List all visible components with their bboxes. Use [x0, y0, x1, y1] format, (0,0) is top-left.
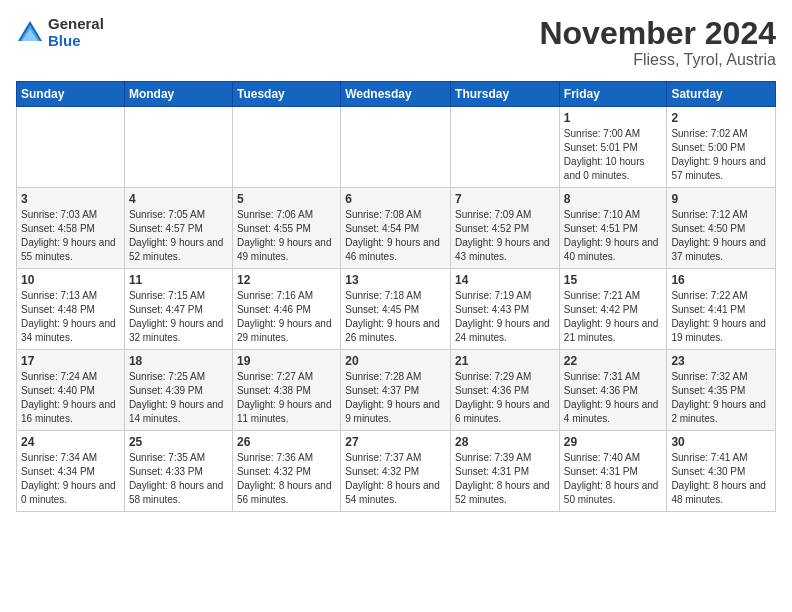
- calendar-day: 18Sunrise: 7:25 AM Sunset: 4:39 PM Dayli…: [124, 350, 232, 431]
- day-detail: Sunrise: 7:34 AM Sunset: 4:34 PM Dayligh…: [21, 451, 120, 507]
- calendar-day: 1Sunrise: 7:00 AM Sunset: 5:01 PM Daylig…: [559, 107, 667, 188]
- calendar-day: 13Sunrise: 7:18 AM Sunset: 4:45 PM Dayli…: [341, 269, 451, 350]
- week-row-4: 17Sunrise: 7:24 AM Sunset: 4:40 PM Dayli…: [17, 350, 776, 431]
- title-month: November 2024: [539, 16, 776, 51]
- day-detail: Sunrise: 7:36 AM Sunset: 4:32 PM Dayligh…: [237, 451, 336, 507]
- calendar-day: 14Sunrise: 7:19 AM Sunset: 4:43 PM Dayli…: [451, 269, 560, 350]
- calendar-day: 30Sunrise: 7:41 AM Sunset: 4:30 PM Dayli…: [667, 431, 776, 512]
- day-detail: Sunrise: 7:28 AM Sunset: 4:37 PM Dayligh…: [345, 370, 446, 426]
- day-detail: Sunrise: 7:08 AM Sunset: 4:54 PM Dayligh…: [345, 208, 446, 264]
- calendar-day: 3Sunrise: 7:03 AM Sunset: 4:58 PM Daylig…: [17, 188, 125, 269]
- day-detail: Sunrise: 7:21 AM Sunset: 4:42 PM Dayligh…: [564, 289, 663, 345]
- day-number: 30: [671, 435, 771, 449]
- header: General Blue November 2024 Fliess, Tyrol…: [16, 16, 776, 69]
- weekday-header-monday: Monday: [124, 82, 232, 107]
- weekday-header-saturday: Saturday: [667, 82, 776, 107]
- calendar-day: [17, 107, 125, 188]
- page: General Blue November 2024 Fliess, Tyrol…: [0, 0, 792, 522]
- weekday-header-tuesday: Tuesday: [232, 82, 340, 107]
- day-number: 6: [345, 192, 446, 206]
- calendar-day: 26Sunrise: 7:36 AM Sunset: 4:32 PM Dayli…: [232, 431, 340, 512]
- title-location: Fliess, Tyrol, Austria: [539, 51, 776, 69]
- calendar-day: 15Sunrise: 7:21 AM Sunset: 4:42 PM Dayli…: [559, 269, 667, 350]
- weekday-header-sunday: Sunday: [17, 82, 125, 107]
- logo: General Blue: [16, 16, 104, 49]
- calendar-day: [451, 107, 560, 188]
- day-detail: Sunrise: 7:00 AM Sunset: 5:01 PM Dayligh…: [564, 127, 663, 183]
- day-number: 21: [455, 354, 555, 368]
- day-number: 24: [21, 435, 120, 449]
- day-number: 14: [455, 273, 555, 287]
- calendar-day: 20Sunrise: 7:28 AM Sunset: 4:37 PM Dayli…: [341, 350, 451, 431]
- day-detail: Sunrise: 7:24 AM Sunset: 4:40 PM Dayligh…: [21, 370, 120, 426]
- day-detail: Sunrise: 7:18 AM Sunset: 4:45 PM Dayligh…: [345, 289, 446, 345]
- day-number: 27: [345, 435, 446, 449]
- week-row-1: 1Sunrise: 7:00 AM Sunset: 5:01 PM Daylig…: [17, 107, 776, 188]
- calendar-day: 2Sunrise: 7:02 AM Sunset: 5:00 PM Daylig…: [667, 107, 776, 188]
- day-detail: Sunrise: 7:25 AM Sunset: 4:39 PM Dayligh…: [129, 370, 228, 426]
- calendar-day: 24Sunrise: 7:34 AM Sunset: 4:34 PM Dayli…: [17, 431, 125, 512]
- weekday-header-wednesday: Wednesday: [341, 82, 451, 107]
- day-number: 3: [21, 192, 120, 206]
- calendar-day: 16Sunrise: 7:22 AM Sunset: 4:41 PM Dayli…: [667, 269, 776, 350]
- day-detail: Sunrise: 7:15 AM Sunset: 4:47 PM Dayligh…: [129, 289, 228, 345]
- calendar-day: 11Sunrise: 7:15 AM Sunset: 4:47 PM Dayli…: [124, 269, 232, 350]
- day-number: 4: [129, 192, 228, 206]
- weekday-header-friday: Friday: [559, 82, 667, 107]
- day-detail: Sunrise: 7:05 AM Sunset: 4:57 PM Dayligh…: [129, 208, 228, 264]
- day-detail: Sunrise: 7:09 AM Sunset: 4:52 PM Dayligh…: [455, 208, 555, 264]
- calendar-day: 9Sunrise: 7:12 AM Sunset: 4:50 PM Daylig…: [667, 188, 776, 269]
- day-number: 22: [564, 354, 663, 368]
- day-number: 2: [671, 111, 771, 125]
- day-detail: Sunrise: 7:31 AM Sunset: 4:36 PM Dayligh…: [564, 370, 663, 426]
- day-detail: Sunrise: 7:13 AM Sunset: 4:48 PM Dayligh…: [21, 289, 120, 345]
- calendar-day: [232, 107, 340, 188]
- day-detail: Sunrise: 7:19 AM Sunset: 4:43 PM Dayligh…: [455, 289, 555, 345]
- calendar-header: SundayMondayTuesdayWednesdayThursdayFrid…: [17, 82, 776, 107]
- logo-icon: [16, 19, 44, 47]
- calendar-day: 27Sunrise: 7:37 AM Sunset: 4:32 PM Dayli…: [341, 431, 451, 512]
- day-detail: Sunrise: 7:03 AM Sunset: 4:58 PM Dayligh…: [21, 208, 120, 264]
- calendar-day: 17Sunrise: 7:24 AM Sunset: 4:40 PM Dayli…: [17, 350, 125, 431]
- day-number: 9: [671, 192, 771, 206]
- calendar-day: 8Sunrise: 7:10 AM Sunset: 4:51 PM Daylig…: [559, 188, 667, 269]
- day-number: 20: [345, 354, 446, 368]
- day-number: 5: [237, 192, 336, 206]
- calendar-day: [341, 107, 451, 188]
- day-detail: Sunrise: 7:41 AM Sunset: 4:30 PM Dayligh…: [671, 451, 771, 507]
- day-number: 29: [564, 435, 663, 449]
- day-number: 15: [564, 273, 663, 287]
- day-number: 13: [345, 273, 446, 287]
- calendar-day: 25Sunrise: 7:35 AM Sunset: 4:33 PM Dayli…: [124, 431, 232, 512]
- day-detail: Sunrise: 7:12 AM Sunset: 4:50 PM Dayligh…: [671, 208, 771, 264]
- day-number: 16: [671, 273, 771, 287]
- calendar-day: 29Sunrise: 7:40 AM Sunset: 4:31 PM Dayli…: [559, 431, 667, 512]
- day-detail: Sunrise: 7:40 AM Sunset: 4:31 PM Dayligh…: [564, 451, 663, 507]
- day-detail: Sunrise: 7:16 AM Sunset: 4:46 PM Dayligh…: [237, 289, 336, 345]
- calendar-table: SundayMondayTuesdayWednesdayThursdayFrid…: [16, 81, 776, 512]
- logo-general: General: [48, 16, 104, 33]
- weekday-header-row: SundayMondayTuesdayWednesdayThursdayFrid…: [17, 82, 776, 107]
- week-row-5: 24Sunrise: 7:34 AM Sunset: 4:34 PM Dayli…: [17, 431, 776, 512]
- logo-blue: Blue: [48, 33, 104, 50]
- day-detail: Sunrise: 7:39 AM Sunset: 4:31 PM Dayligh…: [455, 451, 555, 507]
- day-detail: Sunrise: 7:02 AM Sunset: 5:00 PM Dayligh…: [671, 127, 771, 183]
- calendar-day: 5Sunrise: 7:06 AM Sunset: 4:55 PM Daylig…: [232, 188, 340, 269]
- day-number: 11: [129, 273, 228, 287]
- day-detail: Sunrise: 7:35 AM Sunset: 4:33 PM Dayligh…: [129, 451, 228, 507]
- calendar-day: [124, 107, 232, 188]
- calendar-body: 1Sunrise: 7:00 AM Sunset: 5:01 PM Daylig…: [17, 107, 776, 512]
- day-number: 23: [671, 354, 771, 368]
- calendar-day: 19Sunrise: 7:27 AM Sunset: 4:38 PM Dayli…: [232, 350, 340, 431]
- day-detail: Sunrise: 7:32 AM Sunset: 4:35 PM Dayligh…: [671, 370, 771, 426]
- calendar-day: 10Sunrise: 7:13 AM Sunset: 4:48 PM Dayli…: [17, 269, 125, 350]
- calendar-day: 22Sunrise: 7:31 AM Sunset: 4:36 PM Dayli…: [559, 350, 667, 431]
- day-number: 26: [237, 435, 336, 449]
- day-number: 10: [21, 273, 120, 287]
- day-number: 17: [21, 354, 120, 368]
- day-number: 19: [237, 354, 336, 368]
- day-detail: Sunrise: 7:22 AM Sunset: 4:41 PM Dayligh…: [671, 289, 771, 345]
- day-number: 7: [455, 192, 555, 206]
- calendar-day: 21Sunrise: 7:29 AM Sunset: 4:36 PM Dayli…: [451, 350, 560, 431]
- day-number: 28: [455, 435, 555, 449]
